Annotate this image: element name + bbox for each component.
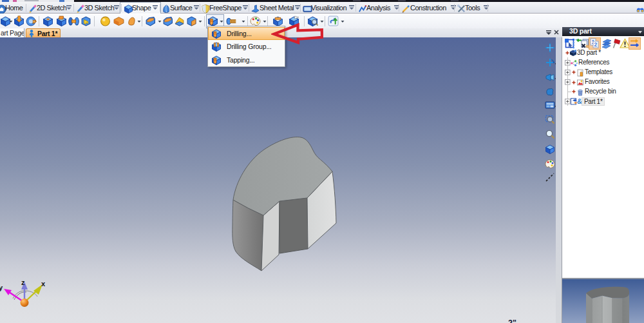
svg-text:x: x [41, 280, 46, 288]
svg-text:2": 2" [508, 318, 516, 323]
svg-text:2: 2 [594, 41, 598, 48]
svg-text:y: y [0, 284, 3, 291]
svg-text:z: z [21, 279, 25, 286]
